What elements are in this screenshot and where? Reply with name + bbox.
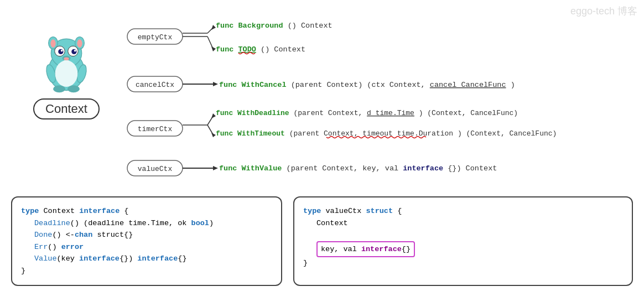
svg-text:func 
        WithValue
      : func WithValue (parent Context, key, val…	[219, 164, 497, 173]
context-label: Context	[33, 98, 100, 119]
diagram-svg: emptyCtx cancelCtx timerCtx valueCtx fun…	[122, 17, 575, 183]
svg-point-4	[50, 39, 55, 48]
svg-text:func 
        Background
     : func Background () Context	[216, 22, 333, 30]
code-left-title: type Context interface {	[21, 205, 272, 217]
code-text-right: valueCtx	[326, 207, 366, 215]
svg-line-33	[207, 37, 213, 49]
svg-point-5	[77, 39, 82, 48]
svg-text:func 
        TODO
        () : func TODO () Context	[216, 45, 305, 54]
code-box-left: type Context interface { Deadline() (dea…	[11, 196, 282, 286]
svg-line-43	[207, 125, 213, 134]
svg-point-19	[53, 85, 65, 92]
fn-err: Err	[34, 243, 48, 251]
code-box-right: type valueCtx struct { Context key, val …	[293, 196, 633, 286]
svg-point-20	[67, 85, 80, 92]
svg-text:cancelCtx: cancelCtx	[136, 81, 174, 89]
svg-point-10	[61, 50, 63, 52]
code-right-closing: }	[303, 257, 623, 269]
code-line-err: Err() error	[21, 241, 272, 253]
svg-text:emptyCtx: emptyCtx	[138, 33, 173, 41]
gopher-icon	[33, 28, 100, 94]
code-text: Context	[44, 207, 80, 215]
svg-marker-44	[211, 133, 216, 137]
svg-text:valueCtx: valueCtx	[138, 165, 173, 173]
code-line-done: Done() <-chan struct{}	[21, 229, 272, 241]
svg-point-8	[58, 49, 63, 54]
code-right-title: type valueCtx struct {	[303, 205, 623, 217]
svg-marker-34	[211, 46, 216, 51]
code-right-context: Context	[303, 217, 623, 230]
svg-marker-31	[211, 25, 216, 30]
top-section: Context emptyCtx cancelCtx timerCtx valu…	[0, 0, 644, 191]
fn-value: Value	[34, 254, 57, 263]
svg-text:func 
        WithDeadline
   : func WithDeadline (parent Context, d tim…	[216, 109, 518, 117]
fn-done: Done	[34, 231, 52, 239]
keyword-type: type	[21, 207, 39, 215]
code-left-closing: }	[21, 265, 272, 277]
highlight-key-val: key, val interface{}	[316, 241, 415, 258]
code-right-empty	[303, 229, 623, 241]
svg-marker-42	[211, 113, 216, 118]
svg-point-13	[64, 58, 69, 61]
svg-point-9	[71, 49, 76, 54]
fn-deadline: Deadline	[34, 219, 70, 227]
code-line-value: Value(key interface{}) interface{}	[21, 253, 272, 265]
code-brace: {	[124, 207, 128, 215]
gopher-area: Context	[11, 28, 122, 119]
svg-point-18	[55, 60, 78, 87]
svg-marker-48	[213, 166, 218, 170]
keyword-interface: interface	[79, 207, 120, 215]
keyword-type-right: type	[303, 207, 321, 215]
svg-marker-38	[213, 82, 218, 86]
svg-text:func 
        WithTimeout
    : func WithTimeout (parent Context, timeou…	[216, 129, 557, 138]
diagram-area: emptyCtx cancelCtx timerCtx valueCtx fun…	[122, 11, 633, 185]
svg-point-11	[74, 50, 76, 52]
bottom-section: type Context interface { Deadline() (dea…	[0, 191, 644, 297]
code-line-deadline: Deadline() (deadline time.Time, ok bool)	[21, 217, 272, 230]
code-right-keyval: key, val interface{}	[303, 241, 623, 258]
svg-text:func 
        WithCancel
     : func WithCancel (parent Context) (ctx Co…	[219, 81, 515, 89]
keyword-struct: struct	[366, 207, 393, 215]
svg-text:timerCtx: timerCtx	[138, 125, 173, 133]
